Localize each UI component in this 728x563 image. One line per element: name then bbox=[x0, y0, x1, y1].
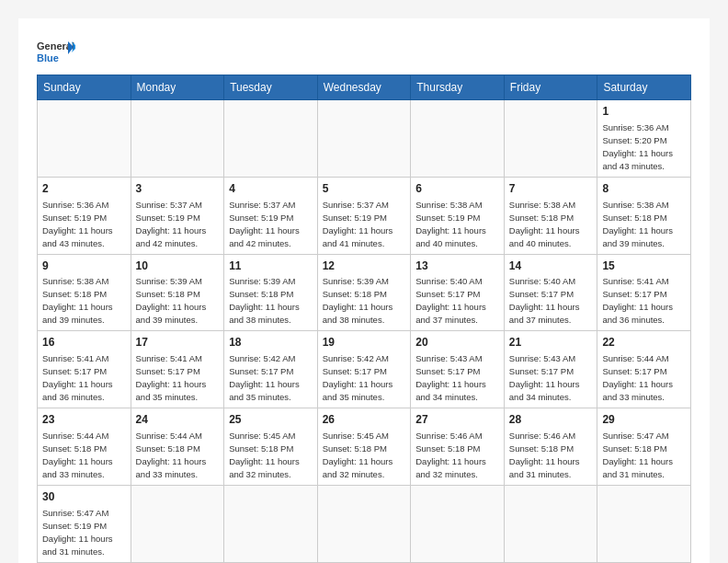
day-info: Sunrise: 5:42 AM Sunset: 5:17 PM Dayligh… bbox=[229, 353, 300, 402]
calendar-cell bbox=[38, 100, 131, 178]
day-info: Sunrise: 5:43 AM Sunset: 5:17 PM Dayligh… bbox=[415, 353, 486, 402]
calendar-cell: 30Sunrise: 5:47 AM Sunset: 5:19 PM Dayli… bbox=[38, 485, 131, 562]
day-info: Sunrise: 5:43 AM Sunset: 5:17 PM Dayligh… bbox=[509, 353, 580, 402]
day-number: 23 bbox=[42, 412, 126, 428]
calendar-cell bbox=[504, 100, 597, 178]
day-number: 8 bbox=[602, 181, 686, 197]
calendar-cell: 11Sunrise: 5:39 AM Sunset: 5:18 PM Dayli… bbox=[224, 254, 318, 331]
day-number: 11 bbox=[229, 259, 313, 274]
calendar-cell: 25Sunrise: 5:45 AM Sunset: 5:18 PM Dayli… bbox=[224, 408, 318, 486]
day-info: Sunrise: 5:45 AM Sunset: 5:18 PM Dayligh… bbox=[229, 431, 300, 479]
day-number: 18 bbox=[229, 335, 313, 350]
calendar-cell: 26Sunrise: 5:45 AM Sunset: 5:18 PM Dayli… bbox=[317, 408, 411, 486]
day-info: Sunrise: 5:37 AM Sunset: 5:19 PM Dayligh… bbox=[323, 200, 393, 248]
day-number: 30 bbox=[42, 489, 126, 505]
weekday-header-sunday: Sunday bbox=[38, 75, 131, 100]
day-number: 27 bbox=[415, 412, 499, 428]
calendar-cell: 7Sunrise: 5:38 AM Sunset: 5:18 PM Daylig… bbox=[504, 177, 597, 254]
calendar-cell: 14Sunrise: 5:40 AM Sunset: 5:17 PM Dayli… bbox=[504, 254, 597, 331]
calendar-week-row: 2Sunrise: 5:36 AM Sunset: 5:19 PM Daylig… bbox=[38, 177, 691, 254]
day-info: Sunrise: 5:41 AM Sunset: 5:17 PM Dayligh… bbox=[42, 353, 113, 402]
calendar-cell: 24Sunrise: 5:44 AM Sunset: 5:18 PM Dayli… bbox=[131, 408, 224, 486]
calendar-week-row: 30Sunrise: 5:47 AM Sunset: 5:19 PM Dayli… bbox=[38, 485, 691, 562]
calendar-cell: 5Sunrise: 5:37 AM Sunset: 5:19 PM Daylig… bbox=[317, 177, 411, 254]
calendar-page: General Blue SundayMondayTuesdayWednesda… bbox=[18, 18, 710, 563]
calendar-cell: 28Sunrise: 5:46 AM Sunset: 5:18 PM Dayli… bbox=[504, 408, 597, 486]
calendar-cell: 1Sunrise: 5:36 AM Sunset: 5:20 PM Daylig… bbox=[597, 100, 691, 178]
calendar-cell: 16Sunrise: 5:41 AM Sunset: 5:17 PM Dayli… bbox=[38, 331, 131, 408]
day-number: 9 bbox=[42, 259, 126, 274]
calendar-cell: 22Sunrise: 5:44 AM Sunset: 5:17 PM Dayli… bbox=[597, 331, 691, 408]
calendar-week-row: 16Sunrise: 5:41 AM Sunset: 5:17 PM Dayli… bbox=[38, 331, 691, 408]
day-info: Sunrise: 5:44 AM Sunset: 5:18 PM Dayligh… bbox=[42, 431, 113, 479]
calendar-week-row: 9Sunrise: 5:38 AM Sunset: 5:18 PM Daylig… bbox=[38, 254, 691, 331]
day-info: Sunrise: 5:40 AM Sunset: 5:17 PM Dayligh… bbox=[509, 276, 580, 325]
calendar-cell bbox=[131, 100, 224, 178]
calendar-cell: 29Sunrise: 5:47 AM Sunset: 5:18 PM Dayli… bbox=[597, 408, 691, 486]
weekday-header-friday: Friday bbox=[504, 75, 597, 100]
calendar-week-row: 23Sunrise: 5:44 AM Sunset: 5:18 PM Dayli… bbox=[38, 408, 691, 486]
calendar-cell bbox=[224, 100, 318, 178]
calendar-cell: 23Sunrise: 5:44 AM Sunset: 5:18 PM Dayli… bbox=[38, 408, 131, 486]
day-info: Sunrise: 5:46 AM Sunset: 5:18 PM Dayligh… bbox=[509, 431, 580, 479]
day-info: Sunrise: 5:37 AM Sunset: 5:19 PM Dayligh… bbox=[229, 200, 300, 248]
day-number: 16 bbox=[42, 335, 126, 350]
day-number: 12 bbox=[323, 259, 406, 274]
calendar-cell: 21Sunrise: 5:43 AM Sunset: 5:17 PM Dayli… bbox=[504, 331, 597, 408]
day-number: 13 bbox=[415, 259, 499, 274]
calendar-week-row: 1Sunrise: 5:36 AM Sunset: 5:20 PM Daylig… bbox=[38, 100, 691, 178]
day-number: 6 bbox=[415, 181, 499, 197]
weekday-header-thursday: Thursday bbox=[411, 75, 505, 100]
day-number: 15 bbox=[602, 259, 686, 274]
day-number: 5 bbox=[323, 181, 406, 197]
day-number: 17 bbox=[136, 335, 220, 350]
day-info: Sunrise: 5:44 AM Sunset: 5:17 PM Dayligh… bbox=[602, 353, 673, 402]
calendar-cell bbox=[597, 485, 691, 562]
day-info: Sunrise: 5:39 AM Sunset: 5:18 PM Dayligh… bbox=[229, 276, 300, 325]
day-number: 14 bbox=[509, 259, 593, 274]
day-info: Sunrise: 5:38 AM Sunset: 5:18 PM Dayligh… bbox=[602, 200, 673, 248]
day-number: 26 bbox=[323, 412, 406, 428]
day-info: Sunrise: 5:37 AM Sunset: 5:19 PM Dayligh… bbox=[136, 200, 207, 248]
day-number: 1 bbox=[602, 104, 686, 120]
day-number: 22 bbox=[602, 335, 686, 350]
weekday-header-wednesday: Wednesday bbox=[317, 75, 411, 100]
day-info: Sunrise: 5:39 AM Sunset: 5:18 PM Dayligh… bbox=[136, 276, 207, 325]
calendar-cell bbox=[504, 485, 597, 562]
day-info: Sunrise: 5:47 AM Sunset: 5:19 PM Dayligh… bbox=[42, 508, 113, 557]
day-number: 19 bbox=[323, 335, 406, 350]
calendar-cell: 4Sunrise: 5:37 AM Sunset: 5:19 PM Daylig… bbox=[224, 177, 318, 254]
day-number: 10 bbox=[136, 259, 220, 274]
svg-text:Blue: Blue bbox=[37, 52, 59, 63]
weekday-header-monday: Monday bbox=[131, 75, 224, 100]
weekday-header-row: SundayMondayTuesdayWednesdayThursdayFrid… bbox=[38, 75, 691, 100]
day-info: Sunrise: 5:41 AM Sunset: 5:17 PM Dayligh… bbox=[602, 276, 673, 325]
logo: General Blue bbox=[37, 38, 75, 67]
calendar-cell bbox=[224, 485, 318, 562]
weekday-header-saturday: Saturday bbox=[597, 75, 691, 100]
calendar-cell: 15Sunrise: 5:41 AM Sunset: 5:17 PM Dayli… bbox=[597, 254, 691, 331]
calendar-cell: 27Sunrise: 5:46 AM Sunset: 5:18 PM Dayli… bbox=[411, 408, 505, 486]
day-info: Sunrise: 5:39 AM Sunset: 5:18 PM Dayligh… bbox=[323, 276, 393, 325]
day-number: 28 bbox=[509, 412, 593, 428]
calendar-cell: 9Sunrise: 5:38 AM Sunset: 5:18 PM Daylig… bbox=[38, 254, 131, 331]
day-info: Sunrise: 5:46 AM Sunset: 5:18 PM Dayligh… bbox=[415, 431, 486, 479]
calendar-cell bbox=[317, 485, 411, 562]
day-number: 21 bbox=[509, 335, 593, 350]
calendar-cell: 20Sunrise: 5:43 AM Sunset: 5:17 PM Dayli… bbox=[411, 331, 505, 408]
day-number: 25 bbox=[229, 412, 313, 428]
day-info: Sunrise: 5:36 AM Sunset: 5:19 PM Dayligh… bbox=[42, 200, 113, 248]
calendar-cell: 6Sunrise: 5:38 AM Sunset: 5:19 PM Daylig… bbox=[411, 177, 505, 254]
calendar-cell bbox=[411, 100, 505, 178]
calendar-cell bbox=[411, 485, 505, 562]
day-number: 4 bbox=[229, 181, 313, 197]
calendar-cell: 3Sunrise: 5:37 AM Sunset: 5:19 PM Daylig… bbox=[131, 177, 224, 254]
header: General Blue bbox=[37, 32, 691, 67]
day-info: Sunrise: 5:36 AM Sunset: 5:20 PM Dayligh… bbox=[602, 122, 673, 171]
day-info: Sunrise: 5:45 AM Sunset: 5:18 PM Dayligh… bbox=[323, 431, 393, 479]
day-number: 24 bbox=[136, 412, 220, 428]
day-info: Sunrise: 5:38 AM Sunset: 5:19 PM Dayligh… bbox=[415, 200, 486, 248]
weekday-header-tuesday: Tuesday bbox=[224, 75, 318, 100]
logo-svg: General Blue bbox=[37, 38, 75, 67]
day-info: Sunrise: 5:38 AM Sunset: 5:18 PM Dayligh… bbox=[42, 276, 113, 325]
